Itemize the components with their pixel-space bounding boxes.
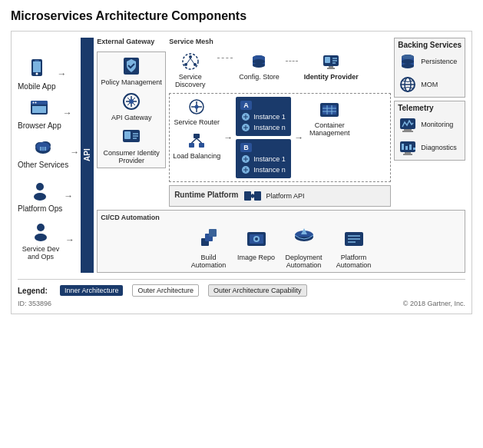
middle-area: External Gateway Policy Management (97, 38, 465, 273)
instance-a-1: Instance 1 (240, 111, 286, 122)
cicd-section: CI/CD Automation Build Automation (97, 210, 465, 273)
backing-services-box: Backing Services (394, 38, 465, 98)
monitoring-label: Monitoring (421, 121, 453, 128)
policy-label: Policy Management (101, 78, 162, 86)
service-discovery: Service Discovery (169, 51, 211, 88)
instance-b-n-label: Instance n (253, 166, 286, 174)
arrow-to-container: → (294, 132, 303, 143)
gateway-box: Policy Management (97, 51, 166, 168)
client-browser-row: Browser App → (18, 95, 79, 130)
cicd-title: CI/CD Automation (101, 214, 461, 221)
client-mobile-row: Mobile App → (18, 56, 79, 91)
telemetry-items: Monitoring (398, 114, 461, 158)
dashed-line-2 (286, 61, 298, 61)
person-ops-icon (28, 178, 52, 203)
client-services: Other Services (18, 134, 68, 169)
config-store-label: Config. Store (239, 73, 280, 81)
container-mgmt-label: Container Management (309, 121, 351, 137)
svg-point-55 (195, 105, 199, 109)
svg-point-86 (402, 64, 414, 68)
browser-icon (27, 95, 51, 120)
instance-b: B Instance 1 Instance n (236, 139, 291, 178)
mom-label: MOM (421, 81, 438, 88)
svg-rect-51 (327, 68, 335, 69)
svg-rect-100 (413, 148, 415, 150)
image-repo-label: Image Repo (237, 254, 275, 261)
instance-b-letter: B (240, 143, 252, 152)
legend-outer-cap-box: Outer Architecture Capability (208, 284, 307, 297)
mobile-label: Mobile App (18, 82, 55, 91)
person-dev-icon (28, 219, 53, 244)
runtime-box: Runtime Platform Platform API (169, 185, 391, 207)
client-dev-row: Service Dev and Ops → (18, 219, 79, 261)
build-label: Build Automation (187, 254, 230, 269)
config-store: Config. Store (239, 51, 280, 81)
svg-point-110 (255, 237, 258, 241)
api-gateway: API Gateway (101, 91, 162, 121)
cloud-icon (31, 134, 55, 159)
client-mobile: Mobile App (18, 56, 55, 91)
api-bar: API (81, 38, 94, 273)
container-mgmt: Container Management (306, 97, 352, 137)
cicd-items: Build Automation Image Repo (101, 224, 461, 269)
mesh-dashed-box: Service Router (169, 93, 391, 182)
mobile-icon (25, 56, 49, 81)
diagnostics-item: Diagnostics (398, 138, 461, 158)
client-ops: Platform Ops (18, 178, 62, 213)
external-gateway-col: External Gateway Policy Management (97, 38, 166, 207)
footer-id: ID: 353896 (18, 300, 51, 307)
svg-point-34 (189, 55, 192, 58)
svg-point-19 (37, 224, 45, 231)
svg-point-8 (35, 102, 37, 104)
clients-column: Mobile App → (18, 38, 81, 273)
svg-rect-95 (402, 131, 413, 132)
svg-rect-3 (35, 61, 39, 61)
service-router: Service Router (174, 97, 220, 126)
top-section-row: External Gateway Policy Management (97, 38, 465, 207)
diagram-container: Mobile App → (11, 31, 472, 314)
diagnostics-label: Diagnostics (421, 144, 457, 151)
instance-group: A Instance 1 Instance n (236, 97, 291, 178)
identity-provider: Identity Provider (304, 51, 359, 81)
dev-label: Service Dev and Ops (18, 245, 64, 261)
instance-a-n-label: Instance n (253, 124, 286, 131)
svg-point-18 (34, 193, 46, 201)
services-label: Other Services (18, 161, 68, 169)
legend-inner: Inner Architecture (60, 285, 124, 296)
arrow-ops: → (64, 191, 73, 201)
instance-b-n: Instance n (240, 164, 286, 175)
image-repo: Image Repo (237, 224, 275, 261)
legend: Legend: Inner Architecture Outer Archite… (18, 279, 465, 297)
discovery-label: Service Discovery (169, 73, 211, 88)
svg-rect-97 (402, 144, 404, 150)
policy-mgmt: Policy Management (101, 55, 162, 86)
identity-provider-label: Identity Provider (304, 73, 359, 81)
client-services-row: Other Services → (18, 134, 79, 169)
mom-item: MOM (398, 75, 461, 95)
consumer-identity: Consumer Identity Provider (101, 126, 162, 164)
svg-rect-56 (194, 134, 200, 138)
gateway-label: External Gateway (97, 38, 166, 45)
deploy-automation: Deployment Automation (283, 224, 325, 269)
svg-line-60 (197, 138, 202, 143)
legend-outer-box: Outer Architecture (132, 284, 199, 297)
platform-api: Platform API (243, 188, 304, 204)
backing-title: Backing Services (398, 41, 461, 49)
consumer-id-label: Consumer Identity Provider (101, 149, 162, 164)
mesh-top-row: Service Discovery (169, 51, 391, 88)
browser-label: Browser App (18, 121, 61, 130)
page-title: Microservices Architecture Components (11, 9, 472, 23)
dashed-connector (217, 58, 233, 58)
legend-inner-box: Inner Architecture (60, 285, 124, 296)
legend-label: Legend: (18, 287, 48, 295)
instance-a-letter: A (240, 101, 252, 110)
instance-a-n: Instance n (240, 122, 286, 133)
svg-point-7 (33, 102, 35, 104)
svg-point-88 (402, 59, 414, 64)
telemetry-title: Telemetry (398, 104, 461, 112)
deploy-label: Deployment Automation (283, 254, 325, 269)
lb-label: Load Balancing (173, 152, 220, 160)
svg-point-20 (35, 234, 47, 241)
legend-outer-cap: Outer Architecture Capability (208, 284, 307, 297)
arrow-dev: → (65, 234, 74, 245)
